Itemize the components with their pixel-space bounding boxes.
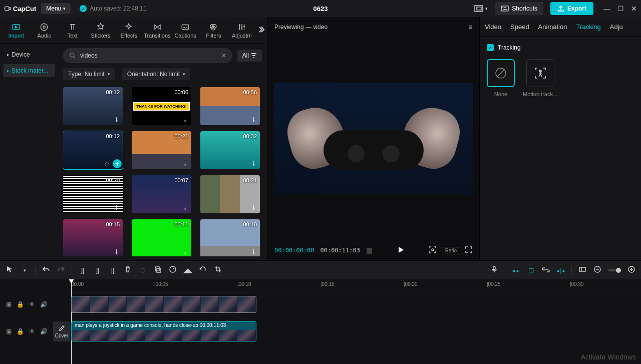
search-clear-button[interactable]: ✕ xyxy=(221,52,226,59)
inspector-tab-adjust[interactable]: Adju xyxy=(610,23,623,31)
tracking-option-none[interactable]: None xyxy=(487,59,515,97)
close-button[interactable]: ✕ xyxy=(631,5,637,13)
tab-filters[interactable]: Filters xyxy=(199,17,227,44)
link-preview-button[interactable]: ◫ xyxy=(526,267,535,274)
add-to-timeline-button[interactable]: + xyxy=(113,159,122,168)
inspector-tab-speed[interactable]: Speed xyxy=(510,23,529,31)
media-thumb-3[interactable]: 00:12☆+ xyxy=(63,131,123,169)
crop-button[interactable] xyxy=(213,266,222,274)
mic-button[interactable] xyxy=(490,266,499,274)
track-expand-icon[interactable]: ▣ xyxy=(6,301,12,308)
download-icon[interactable]: ⭳ xyxy=(182,204,188,211)
play-button[interactable] xyxy=(397,246,405,255)
maximize-button[interactable]: ☐ xyxy=(617,5,624,13)
media-thumb-2[interactable]: 00:56⭳ xyxy=(200,87,260,125)
zoom-in-button[interactable] xyxy=(627,266,636,274)
minimize-button[interactable]: — xyxy=(603,5,610,13)
undo-button[interactable] xyxy=(42,265,51,275)
download-icon[interactable]: ⭳ xyxy=(182,248,188,255)
rotate-button[interactable] xyxy=(198,266,207,274)
tab-captions[interactable]: Captions xyxy=(171,17,199,44)
media-thumb-6[interactable]: 00:20⭳ xyxy=(63,175,123,213)
tracking-option-motion[interactable]: Motion track... xyxy=(523,59,557,97)
tab-text[interactable]: Text xyxy=(59,17,87,44)
sidenav-stock-materials[interactable]: ▸Stock mater... xyxy=(3,64,55,77)
ratio-badge[interactable]: Ratio xyxy=(443,247,459,254)
download-icon[interactable]: ⭳ xyxy=(182,160,188,167)
media-thumb-10[interactable]: 00:11⭳ xyxy=(132,219,191,256)
aspect-ratio-button[interactable]: ▾ xyxy=(474,5,488,12)
mirror-button[interactable]: ◢◣ xyxy=(183,267,192,274)
download-icon[interactable]: ⭳ xyxy=(251,160,257,167)
marker-button[interactable] xyxy=(578,266,587,274)
media-thumb-5[interactable]: 00:32⭳ xyxy=(200,131,260,169)
redo-button[interactable] xyxy=(57,265,66,275)
shortcuts-button[interactable]: Shortcuts xyxy=(495,2,543,15)
download-icon[interactable]: ⭳ xyxy=(251,248,257,255)
delete-button[interactable] xyxy=(123,266,132,274)
track2-mute-icon[interactable]: 🔊 xyxy=(40,328,48,335)
pointer-dropdown[interactable]: ▾ xyxy=(20,268,29,273)
media-thumb-1[interactable]: 00:06THANKS FOR WATCHING!⭳ xyxy=(132,87,191,125)
preview-menu-button[interactable]: ≡ xyxy=(469,24,472,31)
magnet-button[interactable]: ⬥⬥ xyxy=(511,267,520,274)
inspector-tab-animation[interactable]: Animation xyxy=(538,23,567,31)
filter-all-button[interactable]: All xyxy=(237,50,262,62)
split-right-button[interactable]: |[ xyxy=(108,267,117,274)
search-input[interactable] xyxy=(80,52,217,59)
zoom-out-button[interactable] xyxy=(593,266,602,274)
copy-button[interactable] xyxy=(153,266,162,274)
media-thumb-11[interactable]: 00:10⭳ xyxy=(200,219,260,256)
download-icon[interactable]: ⭳ xyxy=(251,116,257,123)
track2-visible-icon[interactable]: 👁 xyxy=(29,328,35,335)
list-view-icon[interactable]: ▤ xyxy=(366,246,373,254)
pointer-tool[interactable] xyxy=(5,266,14,274)
media-thumb-7[interactable]: 00:07⭳ xyxy=(132,175,191,213)
track-visible-icon[interactable]: 👁 xyxy=(29,301,35,308)
split-button[interactable]: ][ xyxy=(78,267,87,274)
tab-import[interactable]: Import xyxy=(2,17,30,44)
media-thumb-8[interactable]: 00:21⭳ xyxy=(200,175,260,213)
more-tools-button[interactable] xyxy=(257,26,265,35)
track2-lock-icon[interactable]: 🔒 xyxy=(17,328,24,335)
fullscreen-icon[interactable] xyxy=(465,246,472,255)
track-lock-icon[interactable]: 🔒 xyxy=(17,301,24,308)
tab-effects[interactable]: Effects xyxy=(115,17,143,44)
download-icon[interactable]: ⭳ xyxy=(251,204,257,211)
tab-transitions[interactable]: Transitions xyxy=(143,17,171,44)
tab-stickers[interactable]: Stickers xyxy=(87,17,115,44)
timeline-ruler[interactable]: 00:00|00:05|00:10|00:15|00:20|00:25|00:3… xyxy=(71,279,641,292)
filter-type-dropdown[interactable]: Type: No limit▾ xyxy=(63,68,115,80)
download-icon[interactable]: ⭳ xyxy=(114,116,120,123)
track-mute-icon[interactable]: 🔊 xyxy=(40,301,48,308)
scan-icon[interactable] xyxy=(429,246,437,255)
speed-button[interactable] xyxy=(168,266,177,274)
inspector-tab-video[interactable]: Video xyxy=(485,23,501,31)
timeline-clip-main[interactable]: man plays a joystick in a game console, … xyxy=(71,321,256,341)
menu-button[interactable]: Menu▾ xyxy=(41,3,71,14)
zoom-slider[interactable] xyxy=(608,269,621,271)
split-left-button[interactable]: ]| xyxy=(93,267,102,274)
svg-point-16 xyxy=(432,249,434,251)
download-icon[interactable]: ⭳ xyxy=(182,116,188,123)
link-button[interactable] xyxy=(541,267,550,274)
track2-expand-icon[interactable]: ▣ xyxy=(6,328,12,335)
tracking-checkbox[interactable]: ✓ xyxy=(487,44,494,51)
filter-orientation-dropdown[interactable]: Orientation: No limit▾ xyxy=(122,68,190,80)
tab-audio[interactable]: Audio xyxy=(30,17,58,44)
export-button[interactable]: Export xyxy=(550,2,593,15)
cover-button[interactable]: Cover xyxy=(53,321,70,341)
inspector-tab-tracking[interactable]: Tracking xyxy=(576,23,600,31)
sidenav-device[interactable]: ▸Device xyxy=(3,48,55,61)
reverse-button[interactable]: ⬡ xyxy=(138,267,147,274)
search-input-container[interactable]: ✕ xyxy=(63,48,232,63)
media-thumb-0[interactable]: 00:12⭳ xyxy=(63,87,123,125)
media-thumb-4[interactable]: 00:21⭳ xyxy=(132,131,191,169)
timeline-clip-upper[interactable] xyxy=(71,296,256,313)
tab-adjustment[interactable]: Adjustm xyxy=(228,17,256,44)
media-thumb-9[interactable]: 00:15⭳ xyxy=(63,219,123,256)
download-icon[interactable]: ⭳ xyxy=(114,248,120,255)
download-icon[interactable]: ⭳ xyxy=(114,204,120,211)
preview-viewport[interactable] xyxy=(274,83,473,195)
align-button[interactable]: ⬥|⬥ xyxy=(556,267,565,274)
